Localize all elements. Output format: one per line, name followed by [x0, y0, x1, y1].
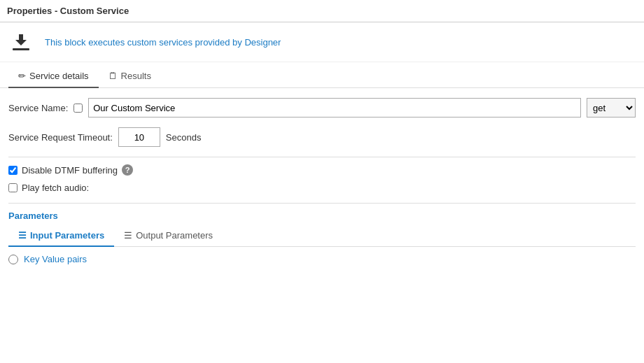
- svg-marker-1: [15, 34, 27, 45]
- pencil-icon: ✏: [18, 71, 26, 81]
- tab-service-details[interactable]: ✏ Service details: [8, 65, 99, 88]
- header-title: Properties - Custom Service: [7, 6, 129, 16]
- key-value-row: Key Value pairs: [8, 247, 636, 267]
- input-params-icon: ☰: [18, 230, 27, 241]
- dtmf-label: Disable DTMF buffering: [22, 165, 118, 176]
- key-value-radio[interactable]: [8, 255, 18, 264]
- tab-output-parameters[interactable]: ☰ Output Parameters: [114, 225, 223, 247]
- dtmf-row: Disable DTMF buffering ?: [8, 164, 636, 176]
- dtmf-checkbox[interactable]: [8, 166, 18, 175]
- tab-results[interactable]: 🗒 Results: [99, 65, 161, 88]
- method-select[interactable]: get post put delete: [587, 98, 636, 118]
- service-name-row: Service Name: get post put delete: [8, 98, 636, 118]
- timeout-unit: Seconds: [166, 132, 202, 143]
- info-description: This block executes custom services prov…: [45, 37, 281, 48]
- divider-2: [8, 203, 636, 204]
- timeout-input[interactable]: [118, 127, 160, 147]
- content-area: Service Name: get post put delete Servic…: [0, 88, 644, 277]
- service-name-input[interactable]: [88, 98, 581, 118]
- tab-results-label: Results: [121, 71, 151, 81]
- key-value-link[interactable]: Key Value pairs: [24, 254, 87, 264]
- service-name-checkbox[interactable]: [74, 104, 83, 113]
- play-fetch-label: Play fetch audio:: [22, 183, 89, 193]
- download-icon: [8, 29, 34, 55]
- svg-rect-0: [13, 48, 29, 50]
- parameters-section-label: Parameters: [8, 211, 636, 221]
- parameters-section: Parameters ☰ Input Parameters ☰ Output P…: [8, 211, 636, 267]
- info-section: This block executes custom services prov…: [0, 22, 644, 62]
- service-name-label: Service Name:: [8, 103, 68, 113]
- parameters-tabs: ☰ Input Parameters ☰ Output Parameters: [8, 225, 636, 247]
- main-tabs: ✏ Service details 🗒 Results: [0, 65, 644, 88]
- timeout-label: Service Request Timeout:: [8, 132, 113, 143]
- tab-input-parameters-label: Input Parameters: [30, 230, 104, 241]
- timeout-row: Service Request Timeout: Seconds: [8, 127, 636, 147]
- tab-service-details-label: Service details: [29, 71, 89, 81]
- clipboard-icon: 🗒: [108, 71, 118, 81]
- tab-input-parameters[interactable]: ☰ Input Parameters: [8, 225, 114, 247]
- output-params-icon: ☰: [124, 230, 132, 241]
- play-fetch-checkbox[interactable]: [8, 183, 18, 192]
- tab-output-parameters-label: Output Parameters: [136, 230, 213, 241]
- divider-1: [8, 157, 636, 157]
- play-fetch-row: Play fetch audio:: [8, 183, 636, 193]
- dtmf-help-icon[interactable]: ?: [122, 164, 133, 176]
- page-header: Properties - Custom Service: [0, 0, 644, 22]
